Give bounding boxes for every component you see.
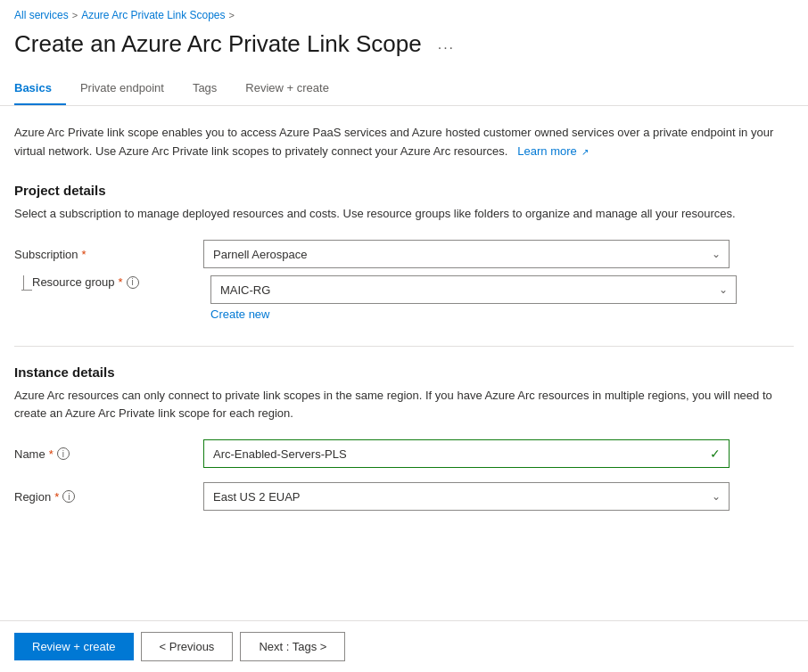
external-link-icon: ↗	[581, 147, 589, 157]
region-required: *	[54, 490, 59, 504]
resource-group-required: *	[119, 275, 123, 289]
region-row: Region * i East US 2 EUAP ⌄	[14, 482, 794, 511]
subscription-row: Subscription * Parnell Aerospace ⌄	[14, 240, 794, 268]
tab-tags[interactable]: Tags	[178, 72, 231, 105]
resource-group-label-group: Resource group * i	[32, 275, 200, 289]
name-label-group: Name * i	[14, 447, 193, 461]
project-details-section: Project details Select a subscription to…	[14, 183, 794, 322]
tab-private-endpoint[interactable]: Private endpoint	[66, 72, 178, 105]
breadcrumb-private-link-scopes[interactable]: Azure Arc Private Link Scopes	[81, 9, 225, 21]
subscription-select-wrapper: Parnell Aerospace ⌄	[203, 240, 730, 268]
name-info-icon[interactable]: i	[57, 447, 70, 460]
review-create-button[interactable]: Review + create	[14, 633, 134, 660]
tab-bar: Basics Private endpoint Tags Review + cr…	[0, 72, 808, 106]
subscription-select[interactable]: Parnell Aerospace	[203, 240, 730, 268]
breadcrumb-sep2: >	[229, 10, 235, 20]
name-required: *	[49, 447, 54, 461]
name-input-wrapper: Arc-Enabled-Servers-PLS ✓	[203, 439, 730, 468]
resource-group-container: Resource group * i MAIC-RG ⌄ Create new	[14, 275, 794, 321]
page-description: Azure Arc Private link scope enables you…	[14, 124, 794, 161]
instance-details-title: Instance details	[14, 365, 794, 380]
instance-details-section: Instance details Azure Arc resources can…	[14, 365, 794, 511]
breadcrumb: All services > Azure Arc Private Link Sc…	[0, 0, 808, 30]
region-label: Region	[14, 490, 51, 504]
name-input[interactable]: Arc-Enabled-Servers-PLS	[203, 439, 730, 468]
region-select[interactable]: East US 2 EUAP	[203, 482, 730, 511]
footer: Review + create < Previous Next : Tags >	[0, 620, 808, 672]
subscription-label-group: Subscription *	[14, 248, 193, 261]
resource-group-row: Resource group * i MAIC-RG ⌄ Create new	[32, 275, 794, 321]
previous-button[interactable]: < Previous	[141, 632, 234, 661]
breadcrumb-sep1: >	[72, 10, 78, 20]
ellipsis-menu-button[interactable]: ...	[433, 35, 460, 54]
project-details-desc: Select a subscription to manage deployed…	[14, 205, 794, 223]
tab-review-create[interactable]: Review + create	[231, 72, 343, 105]
subscription-value: Parnell Aerospace	[213, 248, 308, 261]
breadcrumb-all-services[interactable]: All services	[14, 9, 69, 21]
project-details-title: Project details	[14, 183, 794, 198]
instance-details-desc: Azure Arc resources can only connect to …	[14, 387, 794, 422]
region-select-wrapper: East US 2 EUAP ⌄	[203, 482, 730, 511]
page-title-row: Create an Azure Arc Private Link Scope .…	[0, 30, 808, 72]
subscription-required: *	[82, 248, 87, 261]
name-row: Name * i Arc-Enabled-Servers-PLS ✓	[14, 439, 794, 468]
name-label: Name	[14, 447, 45, 461]
resource-group-info-icon[interactable]: i	[127, 276, 139, 289]
resource-group-select[interactable]: MAIC-RG	[210, 275, 737, 304]
create-new-link[interactable]: Create new	[210, 307, 269, 321]
resource-group-select-wrapper: MAIC-RG ⌄	[210, 275, 737, 304]
page-title: Create an Azure Arc Private Link Scope	[14, 30, 422, 58]
resource-group-label: Resource group	[32, 275, 115, 289]
region-info-icon[interactable]: i	[62, 490, 75, 503]
name-value: Arc-Enabled-Servers-PLS	[213, 447, 347, 461]
section-divider	[14, 346, 794, 347]
resource-group-field-wrap: MAIC-RG ⌄ Create new	[210, 275, 737, 321]
learn-more-link[interactable]: Learn more ↗	[515, 144, 590, 158]
tab-basics[interactable]: Basics	[14, 72, 66, 105]
resource-group-value: MAIC-RG	[220, 283, 270, 297]
subscription-label: Subscription	[14, 248, 78, 261]
main-content: Azure Arc Private link scope enables you…	[0, 106, 808, 553]
region-value: East US 2 EUAP	[213, 490, 301, 504]
next-button[interactable]: Next : Tags >	[240, 632, 345, 661]
region-label-group: Region * i	[14, 490, 193, 504]
description-text: Azure Arc Private link scope enables you…	[14, 126, 773, 158]
